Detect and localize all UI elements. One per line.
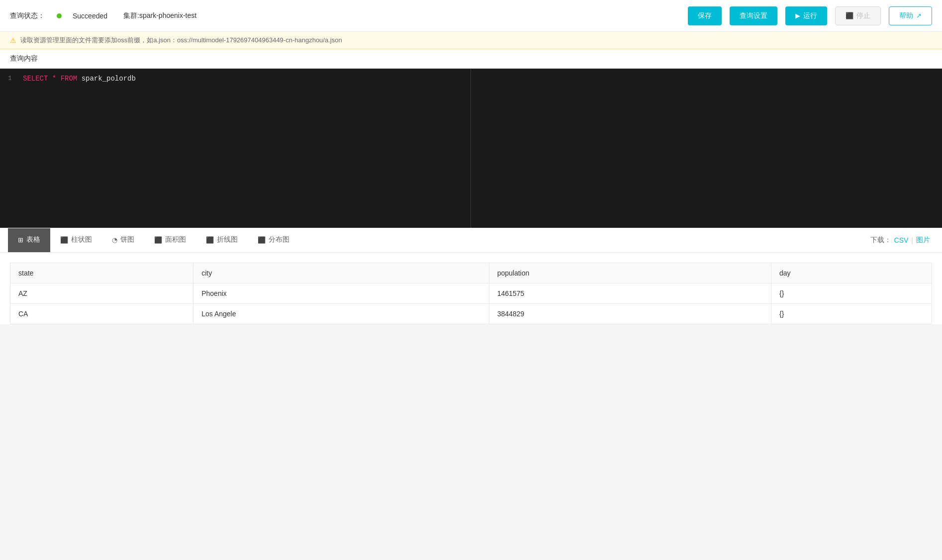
col-header-state: state: [10, 263, 193, 283]
download-area: 下载： CSV | 图片: [870, 236, 934, 245]
header-bar: 查询状态： Succeeded 集群:spark-phoenix-test 保存…: [0, 0, 942, 32]
code-content: SELECT * FROM spark_polordb: [23, 75, 136, 83]
save-button[interactable]: 保存: [688, 6, 722, 25]
status-text: Succeeded: [73, 12, 107, 20]
cell-state: AZ: [10, 283, 193, 304]
table-header-row: state city population day: [10, 263, 932, 283]
code-editor[interactable]: 1 SELECT * FROM spark_polordb: [0, 69, 942, 228]
external-link-icon: ↗: [916, 12, 922, 19]
cell-population: 3844829: [489, 304, 771, 324]
keyword-from: FROM: [61, 75, 78, 83]
download-csv-link[interactable]: CSV: [894, 236, 909, 244]
download-image-link[interactable]: 图片: [916, 236, 930, 245]
query-settings-button[interactable]: 查询设置: [730, 6, 777, 25]
tab-scatter-chart-label: 分布图: [269, 235, 289, 244]
tab-pie-chart-label: 饼图: [120, 235, 134, 244]
cell-city: Phoenix: [193, 283, 489, 304]
tab-line-chart[interactable]: ⬛ 折线图: [196, 228, 248, 252]
line-number: 1: [8, 75, 23, 82]
warning-text: 读取资源管理里面的文件需要添加oss前缀，如a.json：oss://multi…: [20, 36, 342, 45]
help-button[interactable]: 帮助 ↗: [889, 6, 932, 25]
cell-day: {}: [771, 304, 932, 324]
col-header-population: population: [489, 263, 771, 283]
pie-chart-icon: ◔: [112, 236, 117, 244]
results-table: state city population day AZPhoenix14615…: [10, 263, 932, 324]
table-icon: ⊞: [18, 236, 23, 244]
results-area: state city population day AZPhoenix14615…: [0, 253, 942, 324]
line-chart-icon: ⬛: [206, 236, 214, 244]
query-status-label: 查询状态：: [10, 11, 45, 20]
tabs-bar: ⊞ 表格 ⬛ 柱状图 ◔ 饼图 ⬛ 面积图 ⬛ 折线图 ⬛ 分布图 下载： CS…: [0, 228, 942, 253]
cell-population: 1461575: [489, 283, 771, 304]
col-header-city: city: [193, 263, 489, 283]
scatter-chart-icon: ⬛: [258, 236, 266, 244]
query-section-header: 查询内容: [0, 49, 942, 69]
area-chart-icon: ⬛: [154, 236, 162, 244]
query-section: 查询内容 1 SELECT * FROM spark_polordb: [0, 49, 942, 228]
tab-table-label: 表格: [26, 235, 40, 244]
table-row: AZPhoenix1461575{}: [10, 283, 932, 304]
code-line-1: 1 SELECT * FROM spark_polordb: [0, 75, 942, 83]
editor-divider: [471, 69, 471, 228]
bar-chart-icon: ⬛: [60, 236, 68, 244]
play-icon: ▶: [795, 12, 800, 19]
cell-day: {}: [771, 283, 932, 304]
operator-star: *: [52, 75, 56, 83]
tab-table[interactable]: ⊞ 表格: [8, 228, 50, 252]
warning-bar: ⚠ 读取资源管理里面的文件需要添加oss前缀，如a.json：oss://mul…: [0, 32, 942, 49]
tab-area-chart[interactable]: ⬛ 面积图: [144, 228, 196, 252]
warning-icon: ⚠: [10, 36, 16, 44]
download-label: 下载：: [870, 236, 891, 245]
stop-button[interactable]: ⬛ 停止: [835, 6, 881, 25]
tab-bar-chart[interactable]: ⬛ 柱状图: [50, 228, 102, 252]
cell-state: CA: [10, 304, 193, 324]
keyword-select: SELECT: [23, 75, 48, 83]
cluster-info: 集群:spark-phoenix-test: [123, 11, 196, 20]
download-separator: |: [911, 236, 913, 244]
table-row: CALos Angele3844829{}: [10, 304, 932, 324]
col-header-day: day: [771, 263, 932, 283]
tab-area-chart-label: 面积图: [165, 235, 186, 244]
tab-line-chart-label: 折线图: [217, 235, 238, 244]
status-dot-icon: [57, 13, 62, 18]
tab-scatter-chart[interactable]: ⬛ 分布图: [248, 228, 299, 252]
stop-icon: ⬛: [846, 12, 853, 19]
run-button[interactable]: ▶ 运行: [785, 6, 827, 25]
cell-city: Los Angele: [193, 304, 489, 324]
tab-bar-chart-label: 柱状图: [71, 235, 92, 244]
tab-pie-chart[interactable]: ◔ 饼图: [102, 228, 144, 252]
table-name: spark_polordb: [82, 75, 136, 83]
